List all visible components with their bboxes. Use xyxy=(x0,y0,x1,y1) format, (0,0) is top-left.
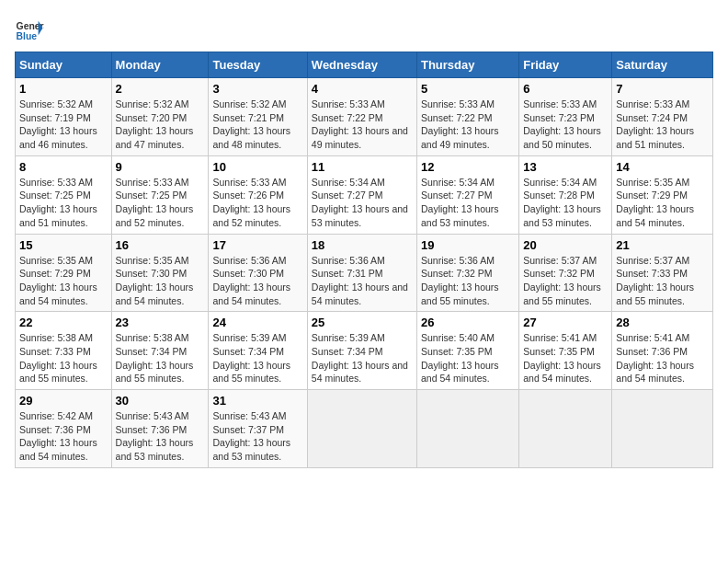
day-number: 28 xyxy=(616,316,709,329)
day-number: 26 xyxy=(421,316,515,329)
day-info: Sunrise: 5:40 AMSunset: 7:35 PMDaylight:… xyxy=(421,332,499,384)
calendar-cell: 10 Sunrise: 5:33 AMSunset: 7:26 PMDaylig… xyxy=(209,155,307,234)
day-number: 3 xyxy=(212,82,302,96)
calendar-cell: 2 Sunrise: 5:32 AMSunset: 7:20 PMDayligh… xyxy=(111,78,209,156)
day-number: 27 xyxy=(523,316,608,329)
calendar-cell: 13 Sunrise: 5:34 AMSunset: 7:28 PMDaylig… xyxy=(519,155,612,234)
calendar-cell: 27 Sunrise: 5:41 AMSunset: 7:35 PMDaylig… xyxy=(519,312,612,390)
day-info: Sunrise: 5:35 AMSunset: 7:30 PMDaylight:… xyxy=(116,255,194,306)
day-info: Sunrise: 5:34 AMSunset: 7:28 PMDaylight:… xyxy=(523,177,601,228)
day-info: Sunrise: 5:36 AMSunset: 7:32 PMDaylight:… xyxy=(421,255,499,306)
day-number: 11 xyxy=(312,160,413,174)
day-info: Sunrise: 5:36 AMSunset: 7:31 PMDaylight:… xyxy=(312,255,408,306)
calendar-cell: 17 Sunrise: 5:36 AMSunset: 7:30 PMDaylig… xyxy=(209,234,307,312)
day-number: 13 xyxy=(523,160,608,174)
calendar-week-1: 1 Sunrise: 5:32 AMSunset: 7:19 PMDayligh… xyxy=(16,78,713,156)
calendar-cell: 24 Sunrise: 5:39 AMSunset: 7:34 PMDaylig… xyxy=(209,312,307,390)
calendar-week-3: 15 Sunrise: 5:35 AMSunset: 7:29 PMDaylig… xyxy=(16,234,713,312)
day-number: 7 xyxy=(616,82,709,96)
day-info: Sunrise: 5:42 AMSunset: 7:36 PMDaylight:… xyxy=(19,410,97,462)
day-info: Sunrise: 5:32 AMSunset: 7:19 PMDaylight:… xyxy=(19,98,97,150)
day-info: Sunrise: 5:39 AMSunset: 7:34 PMDaylight:… xyxy=(212,332,290,384)
day-info: Sunrise: 5:32 AMSunset: 7:20 PMDaylight:… xyxy=(116,98,194,150)
calendar-week-2: 8 Sunrise: 5:33 AMSunset: 7:25 PMDayligh… xyxy=(16,155,713,234)
day-number: 10 xyxy=(212,160,302,174)
day-info: Sunrise: 5:34 AMSunset: 7:27 PMDaylight:… xyxy=(312,177,408,228)
calendar-cell: 4 Sunrise: 5:33 AMSunset: 7:22 PMDayligh… xyxy=(307,78,416,156)
day-info: Sunrise: 5:38 AMSunset: 7:33 PMDaylight:… xyxy=(19,332,97,384)
header: General Blue xyxy=(15,15,713,44)
day-info: Sunrise: 5:34 AMSunset: 7:27 PMDaylight:… xyxy=(421,177,499,228)
day-number: 19 xyxy=(421,238,515,252)
day-info: Sunrise: 5:41 AMSunset: 7:35 PMDaylight:… xyxy=(523,332,601,384)
day-number: 4 xyxy=(312,82,413,96)
calendar-cell: 7 Sunrise: 5:33 AMSunset: 7:24 PMDayligh… xyxy=(612,78,713,156)
day-info: Sunrise: 5:33 AMSunset: 7:25 PMDaylight:… xyxy=(116,177,194,228)
day-info: Sunrise: 5:38 AMSunset: 7:34 PMDaylight:… xyxy=(116,332,194,384)
calendar-cell: 15 Sunrise: 5:35 AMSunset: 7:29 PMDaylig… xyxy=(16,234,112,312)
day-info: Sunrise: 5:37 AMSunset: 7:33 PMDaylight:… xyxy=(616,255,694,306)
day-info: Sunrise: 5:33 AMSunset: 7:26 PMDaylight:… xyxy=(212,177,290,228)
day-info: Sunrise: 5:35 AMSunset: 7:29 PMDaylight:… xyxy=(616,177,694,228)
day-number: 29 xyxy=(19,394,108,408)
day-number: 22 xyxy=(19,316,108,329)
calendar-cell: 5 Sunrise: 5:33 AMSunset: 7:22 PMDayligh… xyxy=(416,78,518,156)
calendar-cell: 22 Sunrise: 5:38 AMSunset: 7:33 PMDaylig… xyxy=(16,312,112,390)
calendar-cell: 19 Sunrise: 5:36 AMSunset: 7:32 PMDaylig… xyxy=(416,234,518,312)
calendar-cell: 8 Sunrise: 5:33 AMSunset: 7:25 PMDayligh… xyxy=(16,155,112,234)
day-info: Sunrise: 5:41 AMSunset: 7:36 PMDaylight:… xyxy=(616,332,694,384)
day-info: Sunrise: 5:33 AMSunset: 7:23 PMDaylight:… xyxy=(523,98,601,150)
day-info: Sunrise: 5:33 AMSunset: 7:24 PMDaylight:… xyxy=(616,98,694,150)
calendar-cell: 9 Sunrise: 5:33 AMSunset: 7:25 PMDayligh… xyxy=(111,155,209,234)
day-number: 30 xyxy=(116,394,205,408)
day-number: 24 xyxy=(212,316,302,329)
day-info: Sunrise: 5:39 AMSunset: 7:34 PMDaylight:… xyxy=(312,332,408,384)
calendar-week-5: 29 Sunrise: 5:42 AMSunset: 7:36 PMDaylig… xyxy=(16,390,713,468)
day-info: Sunrise: 5:37 AMSunset: 7:32 PMDaylight:… xyxy=(523,255,601,306)
day-number: 16 xyxy=(116,238,205,252)
logo: General Blue xyxy=(15,15,44,44)
day-number: 8 xyxy=(19,160,108,174)
calendar-cell: 12 Sunrise: 5:34 AMSunset: 7:27 PMDaylig… xyxy=(416,155,518,234)
calendar-cell: 25 Sunrise: 5:39 AMSunset: 7:34 PMDaylig… xyxy=(307,312,416,390)
weekday-header-friday: Friday xyxy=(519,52,612,78)
calendar-table: SundayMondayTuesdayWednesdayThursdayFrid… xyxy=(15,52,713,468)
calendar-cell: 14 Sunrise: 5:35 AMSunset: 7:29 PMDaylig… xyxy=(612,155,713,234)
calendar-cell xyxy=(519,390,612,468)
day-number: 23 xyxy=(116,316,205,329)
weekday-header-thursday: Thursday xyxy=(416,52,518,78)
day-number: 25 xyxy=(312,316,413,329)
day-number: 20 xyxy=(523,238,608,252)
day-number: 21 xyxy=(616,238,709,252)
svg-text:Blue: Blue xyxy=(17,31,38,41)
day-info: Sunrise: 5:33 AMSunset: 7:22 PMDaylight:… xyxy=(312,98,408,150)
calendar-cell: 16 Sunrise: 5:35 AMSunset: 7:30 PMDaylig… xyxy=(111,234,209,312)
day-number: 12 xyxy=(421,160,515,174)
calendar-cell: 28 Sunrise: 5:41 AMSunset: 7:36 PMDaylig… xyxy=(612,312,713,390)
logo-icon: General Blue xyxy=(15,15,44,44)
day-info: Sunrise: 5:43 AMSunset: 7:37 PMDaylight:… xyxy=(212,410,290,462)
day-info: Sunrise: 5:43 AMSunset: 7:36 PMDaylight:… xyxy=(116,410,194,462)
calendar-cell: 11 Sunrise: 5:34 AMSunset: 7:27 PMDaylig… xyxy=(307,155,416,234)
calendar-cell xyxy=(416,390,518,468)
weekday-header-monday: Monday xyxy=(111,52,209,78)
day-number: 1 xyxy=(19,82,108,96)
weekday-header-saturday: Saturday xyxy=(612,52,713,78)
weekday-header-wednesday: Wednesday xyxy=(307,52,416,78)
calendar-cell: 29 Sunrise: 5:42 AMSunset: 7:36 PMDaylig… xyxy=(16,390,112,468)
day-number: 18 xyxy=(312,238,413,252)
calendar-cell: 3 Sunrise: 5:32 AMSunset: 7:21 PMDayligh… xyxy=(209,78,307,156)
day-number: 17 xyxy=(212,238,302,252)
calendar-cell: 20 Sunrise: 5:37 AMSunset: 7:32 PMDaylig… xyxy=(519,234,612,312)
calendar-cell: 21 Sunrise: 5:37 AMSunset: 7:33 PMDaylig… xyxy=(612,234,713,312)
calendar-cell: 1 Sunrise: 5:32 AMSunset: 7:19 PMDayligh… xyxy=(16,78,112,156)
day-info: Sunrise: 5:32 AMSunset: 7:21 PMDaylight:… xyxy=(212,98,290,150)
calendar-cell: 26 Sunrise: 5:40 AMSunset: 7:35 PMDaylig… xyxy=(416,312,518,390)
day-number: 6 xyxy=(523,82,608,96)
calendar-week-4: 22 Sunrise: 5:38 AMSunset: 7:33 PMDaylig… xyxy=(16,312,713,390)
day-number: 5 xyxy=(421,82,515,96)
calendar-cell xyxy=(612,390,713,468)
calendar-cell xyxy=(307,390,416,468)
day-number: 14 xyxy=(616,160,709,174)
day-number: 15 xyxy=(19,238,108,252)
